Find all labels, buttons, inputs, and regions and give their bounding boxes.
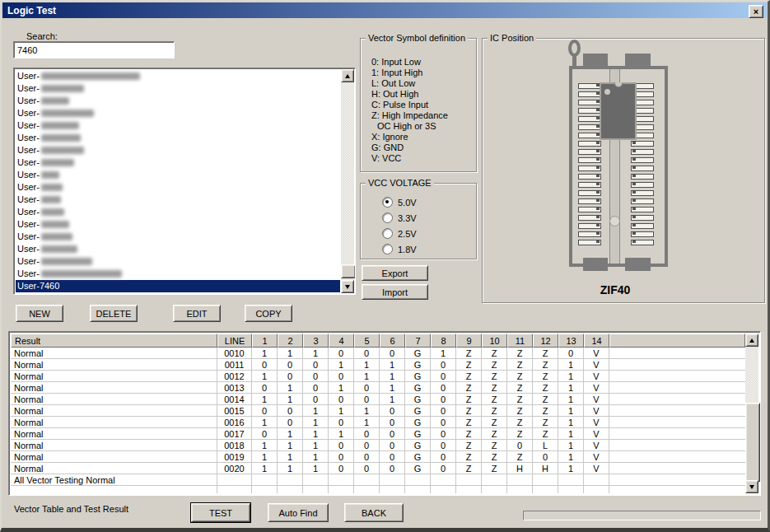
list-item[interactable]: User- — [16, 194, 340, 206]
vector-cell: 1 — [278, 394, 303, 405]
vector-cell: G — [405, 359, 431, 371]
list-item[interactable]: User- — [16, 107, 340, 119]
row-filler — [609, 428, 745, 440]
column-header[interactable]: 11 — [507, 334, 533, 348]
column-header[interactable]: 14 — [584, 334, 609, 348]
table-row[interactable]: Normal0013010101G0ZZZZ1V — [11, 382, 745, 394]
list-scroll-track[interactable] — [341, 82, 354, 280]
table-row[interactable]: Normal0017011100G0ZZZZ1V — [11, 428, 745, 440]
list-item[interactable]: User- — [16, 119, 340, 132]
list-item[interactable]: User- — [16, 218, 340, 231]
list-item[interactable]: User- — [16, 255, 340, 268]
radio-icon[interactable] — [382, 228, 393, 239]
table-row[interactable]: Normal0019111000G0ZZZ01V — [11, 451, 745, 463]
vector-cell: 0 — [252, 405, 278, 417]
column-header[interactable]: 7 — [405, 334, 431, 348]
list-item-selected[interactable]: User-7460 — [16, 280, 340, 292]
edit-button[interactable]: EDIT — [173, 305, 221, 322]
table-scroll-thumb[interactable] — [745, 403, 760, 482]
radio-icon[interactable] — [382, 212, 393, 223]
list-item[interactable]: User- — [16, 95, 340, 107]
column-header[interactable]: LINE — [217, 334, 252, 348]
column-header[interactable]: 10 — [482, 334, 507, 348]
vector-cell — [456, 486, 482, 493]
list-item[interactable]: User- — [16, 70, 340, 82]
table-row[interactable]: Normal0014110001G0ZZZZ1V — [11, 394, 745, 405]
radio-icon[interactable] — [382, 244, 393, 254]
list-item[interactable]: User- — [16, 268, 340, 280]
redacted-text — [41, 147, 84, 154]
column-header[interactable]: 4 — [329, 334, 354, 348]
new-button[interactable]: NEW — [16, 305, 63, 322]
search-input[interactable]: 7460 — [13, 41, 175, 58]
column-header[interactable]: 13 — [558, 334, 584, 348]
vcc-option-5.0V[interactable]: 5.0V — [382, 194, 476, 210]
vector-cell: G — [405, 405, 431, 417]
title-bar[interactable]: Logic Test × — [2, 2, 767, 18]
list-item[interactable]: User- — [16, 132, 340, 144]
table-scrollbar[interactable] — [745, 334, 758, 493]
list-item[interactable]: User- — [16, 181, 340, 194]
device-listbox[interactable]: User-User-User-User-User-User-User-User-… — [13, 68, 356, 295]
result-grid[interactable]: ResultLINE1234567891011121314Normal00101… — [11, 334, 745, 493]
empty-row[interactable] — [11, 486, 745, 493]
back-button[interactable]: BACK — [344, 503, 404, 522]
redacted-text — [41, 122, 79, 129]
column-header[interactable]: 6 — [380, 334, 405, 348]
list-scrollbar[interactable] — [341, 69, 354, 293]
table-row[interactable]: Normal0018111000G0ZZ0L1V — [11, 440, 745, 451]
list-scroll-down-button[interactable] — [341, 280, 354, 293]
import-button[interactable]: Import — [362, 284, 428, 300]
redacted-text — [41, 97, 69, 105]
vector-cell: V — [584, 382, 609, 394]
test-button[interactable]: TEST — [191, 503, 250, 522]
export-button[interactable]: Export — [362, 265, 428, 281]
list-scroll-thumb[interactable] — [341, 264, 356, 278]
delete-button[interactable]: DELETE — [90, 305, 138, 322]
column-header[interactable]: Result — [11, 334, 217, 348]
list-item-prefix: User- — [17, 268, 40, 280]
vcc-option-3.3V[interactable]: 3.3V — [382, 210, 476, 226]
vcc-option-1.8V[interactable]: 1.8V — [382, 241, 476, 257]
column-header[interactable]: 9 — [456, 334, 482, 348]
table-row[interactable]: Normal0011000111G0ZZZZ1V — [11, 359, 745, 371]
table-scroll-up-button[interactable] — [745, 334, 758, 347]
column-header[interactable]: 1 — [252, 334, 278, 348]
vector-cell: 1 — [303, 440, 329, 451]
search-value: 7460 — [17, 45, 37, 55]
list-item[interactable]: User- — [16, 231, 340, 243]
column-header[interactable]: 2 — [278, 334, 303, 348]
list-item[interactable]: User- — [16, 206, 340, 218]
radio-checked-icon[interactable] — [382, 197, 393, 208]
column-header[interactable]: 8 — [431, 334, 456, 348]
list-item[interactable]: User- — [16, 156, 340, 169]
column-header[interactable]: 12 — [533, 334, 558, 348]
table-row[interactable]: Normal0010111000G1ZZZZ0V — [11, 348, 745, 359]
redacted-text — [41, 208, 64, 216]
ic-chip — [600, 82, 637, 140]
list-item[interactable]: User- — [16, 82, 340, 95]
close-button[interactable]: × — [749, 5, 763, 18]
table-row[interactable]: Normal0020111000G0ZZHH1V — [11, 463, 745, 474]
table-scroll-down-button[interactable] — [745, 480, 758, 493]
table-row[interactable]: Normal0012100011G0ZZZZ1V — [11, 371, 745, 382]
row-filler — [609, 417, 745, 428]
vector-cell: Z — [482, 428, 507, 440]
copy-button[interactable]: COPY — [245, 305, 292, 322]
column-header[interactable]: 3 — [303, 334, 329, 348]
line-cell: 0016 — [217, 417, 252, 428]
list-item[interactable]: User- — [16, 144, 340, 156]
vcc-option-2.5V[interactable]: 2.5V — [382, 226, 476, 241]
line-cell: 0015 — [217, 405, 252, 417]
table-row[interactable]: Normal0015001110G0ZZZZ1V — [11, 405, 745, 417]
list-item[interactable]: User- — [16, 243, 340, 255]
list-item-prefix: User- — [17, 107, 40, 119]
column-header[interactable]: 5 — [354, 334, 380, 348]
auto-find-button[interactable]: Auto Find — [268, 503, 329, 522]
list-scroll-up-button[interactable] — [341, 69, 354, 82]
status-row[interactable]: All Vector Testing Normal — [11, 474, 745, 486]
symbol-line: OC High or 3S — [371, 121, 476, 132]
vector-cell: Z — [456, 359, 482, 371]
table-row[interactable]: Normal0016101010G0ZZZZ1V — [11, 417, 745, 428]
list-item[interactable]: User- — [16, 169, 340, 181]
